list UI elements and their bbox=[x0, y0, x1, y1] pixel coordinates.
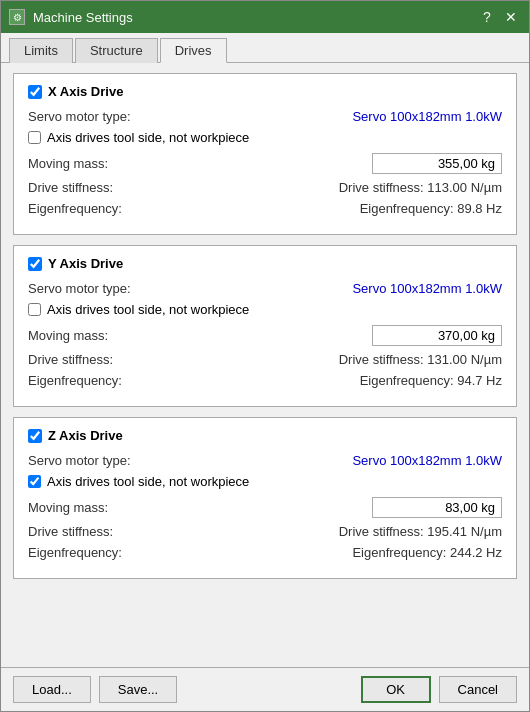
z-axis-drive-section: Z Axis Drive Servo motor type: Servo 100… bbox=[13, 417, 517, 579]
y-axis-drives-row: Axis drives tool side, not workpiece bbox=[28, 302, 502, 317]
z-moving-mass-input[interactable] bbox=[372, 497, 502, 518]
y-eigenfrequency-label: Eigenfrequency: bbox=[28, 373, 168, 388]
z-servo-value[interactable]: Servo 100x182mm 1.0kW bbox=[168, 453, 502, 468]
footer: Load... Save... OK Cancel bbox=[1, 667, 529, 711]
z-eigenfrequency-label: Eigenfrequency: bbox=[28, 545, 168, 560]
y-eigenfrequency-row: Eigenfrequency: Eigenfrequency: 94.7 Hz bbox=[28, 373, 502, 388]
x-servo-value[interactable]: Servo 100x182mm 1.0kW bbox=[168, 109, 502, 124]
z-axis-header: Z Axis Drive bbox=[28, 428, 502, 443]
x-drive-stiffness-row: Drive stiffness: Drive stiffness: 113.00… bbox=[28, 180, 502, 195]
drives-content: X Axis Drive Servo motor type: Servo 100… bbox=[1, 63, 529, 667]
z-servo-label: Servo motor type: bbox=[28, 453, 168, 468]
x-axis-drives-label: Axis drives tool side, not workpiece bbox=[47, 130, 249, 145]
window-title: Machine Settings bbox=[33, 10, 477, 25]
x-axis-title: X Axis Drive bbox=[48, 84, 123, 99]
x-moving-mass-label: Moving mass: bbox=[28, 156, 168, 171]
z-moving-mass-label: Moving mass: bbox=[28, 500, 168, 515]
tabs-bar: Limits Structure Drives bbox=[1, 33, 529, 63]
x-eigenfrequency-row: Eigenfrequency: Eigenfrequency: 89.8 Hz bbox=[28, 201, 502, 216]
x-moving-mass-row: Moving mass: bbox=[28, 153, 502, 174]
x-axis-drive-section: X Axis Drive Servo motor type: Servo 100… bbox=[13, 73, 517, 235]
close-button[interactable]: ✕ bbox=[501, 7, 521, 27]
y-moving-mass-label: Moving mass: bbox=[28, 328, 168, 343]
z-axis-enable-checkbox[interactable] bbox=[28, 429, 42, 443]
y-drive-stiffness-row: Drive stiffness: Drive stiffness: 131.00… bbox=[28, 352, 502, 367]
y-drive-stiffness-value: Drive stiffness: 131.00 N/µm bbox=[168, 352, 502, 367]
z-axis-drives-label: Axis drives tool side, not workpiece bbox=[47, 474, 249, 489]
x-drive-stiffness-value: Drive stiffness: 113.00 N/µm bbox=[168, 180, 502, 195]
z-axis-drives-row: Axis drives tool side, not workpiece bbox=[28, 474, 502, 489]
save-button[interactable]: Save... bbox=[99, 676, 177, 703]
x-axis-enable-checkbox[interactable] bbox=[28, 85, 42, 99]
ok-button[interactable]: OK bbox=[361, 676, 431, 703]
y-drive-stiffness-label: Drive stiffness: bbox=[28, 352, 168, 367]
z-drive-stiffness-label: Drive stiffness: bbox=[28, 524, 168, 539]
titlebar: ⚙ Machine Settings ? ✕ bbox=[1, 1, 529, 33]
z-servo-row: Servo motor type: Servo 100x182mm 1.0kW bbox=[28, 453, 502, 468]
z-eigenfrequency-value: Eigenfrequency: 244.2 Hz bbox=[168, 545, 502, 560]
tab-structure[interactable]: Structure bbox=[75, 38, 158, 63]
help-button[interactable]: ? bbox=[477, 7, 497, 27]
y-servo-label: Servo motor type: bbox=[28, 281, 168, 296]
load-button[interactable]: Load... bbox=[13, 676, 91, 703]
x-drive-stiffness-label: Drive stiffness: bbox=[28, 180, 168, 195]
z-axis-title: Z Axis Drive bbox=[48, 428, 123, 443]
x-eigenfrequency-label: Eigenfrequency: bbox=[28, 201, 168, 216]
y-axis-enable-label[interactable]: Y Axis Drive bbox=[28, 256, 123, 271]
y-servo-value[interactable]: Servo 100x182mm 1.0kW bbox=[168, 281, 502, 296]
y-servo-row: Servo motor type: Servo 100x182mm 1.0kW bbox=[28, 281, 502, 296]
y-axis-title: Y Axis Drive bbox=[48, 256, 123, 271]
x-axis-header: X Axis Drive bbox=[28, 84, 502, 99]
x-axis-drives-checkbox[interactable] bbox=[28, 131, 41, 144]
x-axis-drives-row: Axis drives tool side, not workpiece bbox=[28, 130, 502, 145]
y-moving-mass-row: Moving mass: bbox=[28, 325, 502, 346]
x-servo-label: Servo motor type: bbox=[28, 109, 168, 124]
x-servo-row: Servo motor type: Servo 100x182mm 1.0kW bbox=[28, 109, 502, 124]
x-eigenfrequency-value: Eigenfrequency: 89.8 Hz bbox=[168, 201, 502, 216]
cancel-button[interactable]: Cancel bbox=[439, 676, 517, 703]
tab-limits[interactable]: Limits bbox=[9, 38, 73, 63]
y-eigenfrequency-value: Eigenfrequency: 94.7 Hz bbox=[168, 373, 502, 388]
y-axis-enable-checkbox[interactable] bbox=[28, 257, 42, 271]
z-drive-stiffness-row: Drive stiffness: Drive stiffness: 195.41… bbox=[28, 524, 502, 539]
app-icon: ⚙ bbox=[9, 9, 25, 25]
tab-drives[interactable]: Drives bbox=[160, 38, 227, 63]
z-axis-enable-label[interactable]: Z Axis Drive bbox=[28, 428, 123, 443]
z-axis-drives-checkbox[interactable] bbox=[28, 475, 41, 488]
y-axis-drive-section: Y Axis Drive Servo motor type: Servo 100… bbox=[13, 245, 517, 407]
y-axis-drives-checkbox[interactable] bbox=[28, 303, 41, 316]
x-axis-enable-label[interactable]: X Axis Drive bbox=[28, 84, 123, 99]
y-moving-mass-input[interactable] bbox=[372, 325, 502, 346]
z-moving-mass-row: Moving mass: bbox=[28, 497, 502, 518]
z-drive-stiffness-value: Drive stiffness: 195.41 N/µm bbox=[168, 524, 502, 539]
y-axis-drives-label: Axis drives tool side, not workpiece bbox=[47, 302, 249, 317]
y-axis-header: Y Axis Drive bbox=[28, 256, 502, 271]
machine-settings-window: ⚙ Machine Settings ? ✕ Limits Structure … bbox=[0, 0, 530, 712]
footer-spacer bbox=[185, 676, 352, 703]
z-eigenfrequency-row: Eigenfrequency: Eigenfrequency: 244.2 Hz bbox=[28, 545, 502, 560]
titlebar-buttons: ? ✕ bbox=[477, 7, 521, 27]
x-moving-mass-input[interactable] bbox=[372, 153, 502, 174]
